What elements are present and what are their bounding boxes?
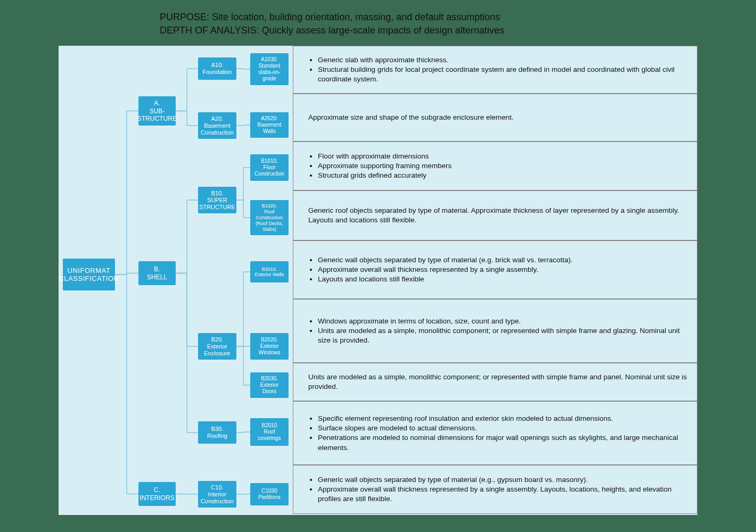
desc-bullet: Units are modeled as a simple, monolithi…: [318, 326, 688, 345]
desc-bullets: Generic wall objects separated by type o…: [308, 475, 688, 504]
node-b2020: B2020. Exterior Windows: [250, 333, 289, 360]
node-label: B10. SUPER STRUCTURE: [199, 190, 235, 211]
description-column: Generic slab with approximate thickness.…: [293, 46, 697, 515]
desc-bullet: Approximate overall wall thickness repre…: [318, 485, 688, 504]
node-label: C10. Interior Construction: [201, 484, 234, 505]
node-major-c: C. INTERIORS: [138, 482, 176, 506]
desc-bullet: Structural grids defined accurately: [318, 171, 451, 180]
node-c1030: C1030 Partitions: [250, 483, 289, 505]
desc-bullets: Windows approximate in terms of location…: [308, 317, 688, 346]
diagram-area: UNIFORMAT CLASSIFICATION A. SUB- STRUCTU…: [59, 46, 697, 515]
node-b1010: B1010. Floor Construction: [250, 154, 289, 181]
node-label: B2030. Exterior Doors: [260, 376, 278, 395]
node-label: A. SUB- STRUCTURE: [137, 99, 177, 122]
desc-text: Generic roof objects separated by type o…: [308, 206, 688, 225]
node-label: C. INTERIORS: [139, 486, 174, 502]
node-b20: B20. Exterior Enclosure: [198, 333, 236, 360]
node-a1030: A1030. Standard slabs-on- grade: [250, 53, 289, 85]
desc-bullet: Generic slab with approximate thickness.: [318, 55, 688, 65]
desc-bullets: Floor with approximate dimensionsApproxi…: [308, 152, 451, 181]
header: PURPOSE: Site location, building orienta…: [0, 0, 756, 46]
desc-text: Units are modeled as a simple, monolithi…: [308, 372, 688, 392]
desc-row-B2030: Units are modeled as a simple, monolithi…: [293, 363, 697, 401]
node-label: A10: Foundation: [202, 62, 232, 76]
desc-bullet: Structural building grids for local proj…: [318, 65, 688, 84]
desc-bullet: Generic wall objects separated by type o…: [318, 475, 688, 485]
desc-row-B1020: Generic roof objects separated by type o…: [293, 190, 697, 240]
node-label: B2010. Exterior Walls: [254, 267, 284, 278]
node-major-b: B. SHELL: [138, 261, 176, 285]
node-label: B2010 Roof coverings: [258, 422, 281, 442]
node-a20: A20. Basement Construction: [198, 112, 236, 139]
desc-bullets: Generic wall objects separated by type o…: [308, 255, 573, 285]
node-b1020: B1020. Roof Construction (Roof Decks, Sl…: [250, 200, 289, 235]
node-c10: C10. Interior Construction: [198, 481, 236, 508]
node-b2030: B2030. Exterior Doors: [250, 372, 289, 398]
node-root-uniformat: UNIFORMAT CLASSIFICATION: [63, 259, 115, 290]
desc-text: Approximate size and shape of the subgra…: [308, 113, 514, 122]
node-label: A1030. Standard slabs-on- grade: [258, 56, 280, 82]
desc-bullets: Specific element representing roof insul…: [308, 414, 688, 453]
node-label: B20. Exterior Enclosure: [204, 336, 231, 358]
node-label: C1030 Partitions: [258, 488, 281, 501]
node-a2020: A2020: Basement Walls: [250, 112, 289, 138]
desc-row-C1030: Generic wall objects separated by type o…: [293, 465, 697, 514]
node-label: B1010. Floor Construction: [254, 158, 284, 177]
node-b10: B10. SUPER STRUCTURE: [198, 187, 236, 213]
desc-row-A2020: Approximate size and shape of the subgra…: [293, 94, 697, 142]
node-label: A20. Basement Construction: [201, 115, 234, 137]
desc-row-B2020: Windows approximate in terms of location…: [293, 299, 697, 363]
desc-bullet: Penetrations are modeled to nominal dime…: [318, 433, 688, 452]
desc-row-B2010r: Specific element representing roof insul…: [293, 401, 697, 465]
desc-bullet: Layouts and locations still flexible: [318, 275, 573, 284]
node-label: B. SHELL: [147, 265, 167, 281]
node-label: B1020. Roof Construction (Roof Decks, Sl…: [256, 203, 283, 232]
node-b30: B30. Roofing: [198, 421, 236, 444]
node-a10: A10: Foundation: [198, 57, 236, 80]
desc-bullet: Specific element representing roof insul…: [318, 414, 688, 423]
desc-bullet: Approximate overall wall thickness repre…: [318, 265, 573, 275]
node-label: B30. Roofing: [207, 426, 227, 439]
header-line-2: DEPTH OF ANALYSIS: Quickly assess large-…: [160, 24, 756, 37]
desc-bullet: Generic wall objects separated by type o…: [318, 255, 573, 265]
desc-bullet: Windows approximate in terms of location…: [318, 317, 688, 326]
node-label: B2020. Exterior Windows: [259, 337, 281, 356]
desc-row-B1010: Floor with approximate dimensionsApproxi…: [293, 142, 697, 190]
desc-row-B2010: Generic wall objects separated by type o…: [293, 240, 697, 299]
node-b2010: B2010. Exterior Walls: [250, 261, 289, 282]
node-b2010-roof: B2010 Roof coverings: [250, 418, 289, 446]
desc-bullet: Approximate supporting framing members: [318, 161, 451, 171]
desc-row-A1030: Generic slab with approximate thickness.…: [293, 46, 697, 94]
node-label: A2020: Basement Walls: [257, 115, 281, 135]
desc-bullet: Floor with approximate dimensions: [318, 152, 451, 161]
desc-bullets: Generic slab with approximate thickness.…: [308, 55, 688, 85]
node-major-a: A. SUB- STRUCTURE: [138, 96, 176, 126]
header-line-1: PURPOSE: Site location, building orienta…: [160, 11, 756, 24]
node-label: UNIFORMAT CLASSIFICATION: [59, 267, 119, 283]
desc-bullet: Surface slopes are modeled to actual dim…: [318, 423, 688, 433]
